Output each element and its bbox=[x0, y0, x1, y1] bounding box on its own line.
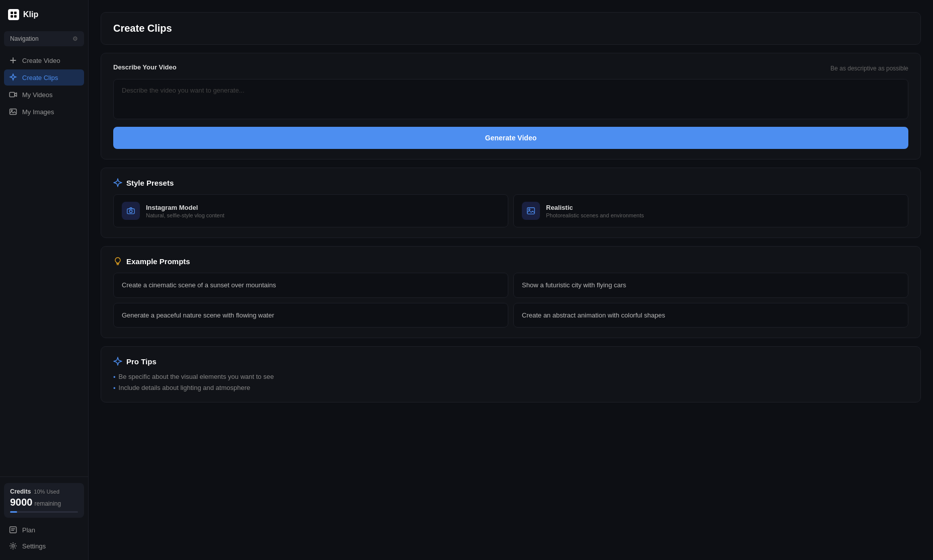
credits-bar-fill bbox=[10, 511, 17, 513]
svg-rect-1 bbox=[14, 12, 17, 14]
describe-video-card: Describe Your Video Be as descriptive as… bbox=[101, 53, 921, 159]
sidebar-item-my-images-label: My Images bbox=[22, 108, 54, 116]
svg-rect-7 bbox=[10, 527, 17, 533]
video-icon bbox=[9, 91, 17, 99]
credits-label: Credits bbox=[10, 488, 31, 495]
credits-amount: 9000 bbox=[10, 496, 33, 508]
prompt-card-3[interactable]: Create an abstract animation with colorf… bbox=[513, 303, 908, 328]
credits-box: Credits 10% Used 9000 remaining bbox=[4, 483, 84, 518]
main-content: Create Clips Describe Your Video Be as d… bbox=[89, 0, 933, 560]
image-preset-icon bbox=[526, 206, 535, 215]
settings-gear-icon: ⚙ bbox=[72, 35, 78, 42]
sidebar-item-my-images[interactable]: My Images bbox=[4, 104, 84, 120]
logo-icon bbox=[8, 9, 19, 20]
svg-rect-4 bbox=[10, 93, 15, 97]
example-prompts-title: Example Prompts bbox=[113, 257, 908, 266]
svg-rect-2 bbox=[11, 15, 13, 18]
preset-realistic-name: Realistic bbox=[546, 204, 644, 211]
credits-used: 10% Used bbox=[34, 489, 59, 495]
sidebar-item-settings[interactable]: Settings bbox=[4, 538, 84, 554]
svg-rect-0 bbox=[11, 12, 13, 14]
generate-video-button[interactable]: Generate Video bbox=[113, 127, 908, 149]
sidebar-item-my-videos[interactable]: My Videos bbox=[4, 87, 84, 103]
preset-instagram-model-name: Instagram Model bbox=[146, 204, 224, 211]
page-header: Create Clips bbox=[101, 12, 921, 45]
svg-rect-5 bbox=[10, 109, 17, 115]
sparkle-icon bbox=[9, 73, 17, 82]
preset-realistic[interactable]: Realistic Photorealistic scenes and envi… bbox=[513, 194, 908, 227]
sidebar-item-create-video-label: Create Video bbox=[22, 57, 60, 64]
pro-tips-card: Pro Tips Be specific about the visual el… bbox=[101, 346, 921, 403]
credits-remaining-label: remaining bbox=[35, 500, 61, 507]
pro-tips-title: Pro Tips bbox=[113, 357, 908, 366]
prompt-card-1[interactable]: Show a futuristic city with flying cars bbox=[513, 273, 908, 298]
prompt-card-0[interactable]: Create a cinematic scene of a sunset ove… bbox=[113, 273, 508, 298]
preset-instagram-model-desc: Natural, selfie-style vlog content bbox=[146, 212, 224, 218]
sidebar-item-create-video[interactable]: Create Video bbox=[4, 52, 84, 68]
camera-icon bbox=[126, 206, 135, 215]
sidebar-item-plan[interactable]: Plan bbox=[4, 522, 84, 538]
sidebar-item-plan-label: Plan bbox=[22, 526, 35, 534]
sidebar: Klip Navigation ⚙ Create Video Create Cl… bbox=[0, 0, 89, 560]
describe-section-hint: Be as descriptive as possible bbox=[830, 65, 908, 72]
svg-rect-3 bbox=[14, 15, 17, 18]
example-prompts-card: Example Prompts Create a cinematic scene… bbox=[101, 246, 921, 338]
nav-items: Create Video Create Clips My Videos My I… bbox=[0, 48, 88, 476]
nav-header-label: Navigation bbox=[10, 35, 39, 42]
presets-grid: Instagram Model Natural, selfie-style vl… bbox=[113, 194, 908, 227]
svg-rect-11 bbox=[527, 208, 534, 214]
nav-header: Navigation ⚙ bbox=[4, 31, 84, 46]
prompt-card-2[interactable]: Generate a peaceful nature scene with fl… bbox=[113, 303, 508, 328]
page-title: Create Clips bbox=[113, 23, 172, 34]
svg-rect-9 bbox=[127, 209, 134, 214]
sidebar-bottom: Credits 10% Used 9000 remaining Plan bbox=[0, 476, 88, 560]
describe-section-label: Describe Your Video bbox=[113, 63, 177, 71]
sparkle-icon bbox=[113, 178, 122, 187]
image-icon bbox=[9, 108, 17, 116]
sidebar-item-my-videos-label: My Videos bbox=[22, 91, 52, 99]
preset-realistic-desc: Photorealistic scenes and environments bbox=[546, 212, 644, 218]
preset-instagram-model-icon bbox=[122, 202, 140, 220]
plus-icon bbox=[9, 56, 17, 64]
style-presets-title: Style Presets bbox=[113, 178, 908, 187]
pro-tip-0: Be specific about the visual elements yo… bbox=[113, 373, 908, 381]
video-description-input[interactable] bbox=[113, 79, 908, 119]
bulb-icon bbox=[113, 257, 122, 266]
sidebar-item-create-clips-label: Create Clips bbox=[22, 74, 58, 82]
sidebar-item-create-clips[interactable]: Create Clips bbox=[4, 69, 84, 86]
pro-tips-list: Be specific about the visual elements yo… bbox=[113, 373, 908, 392]
prompts-grid: Create a cinematic scene of a sunset ove… bbox=[113, 273, 908, 328]
pro-tips-sparkle-icon bbox=[113, 357, 122, 366]
app-logo: Klip bbox=[0, 0, 88, 29]
preset-realistic-icon bbox=[522, 202, 540, 220]
preset-instagram-model[interactable]: Instagram Model Natural, selfie-style vl… bbox=[113, 194, 508, 227]
plan-icon bbox=[9, 526, 17, 534]
style-presets-card: Style Presets Instagram Model Natural, s… bbox=[101, 168, 921, 238]
svg-point-10 bbox=[129, 210, 132, 212]
svg-point-12 bbox=[529, 209, 530, 210]
sidebar-item-settings-label: Settings bbox=[22, 542, 46, 550]
gear-icon bbox=[9, 542, 17, 550]
credits-progress-bar bbox=[10, 511, 78, 513]
svg-point-8 bbox=[12, 545, 15, 547]
svg-point-6 bbox=[11, 110, 12, 111]
pro-tip-1: Include details about lighting and atmos… bbox=[113, 384, 908, 392]
app-name: Klip bbox=[23, 10, 38, 19]
